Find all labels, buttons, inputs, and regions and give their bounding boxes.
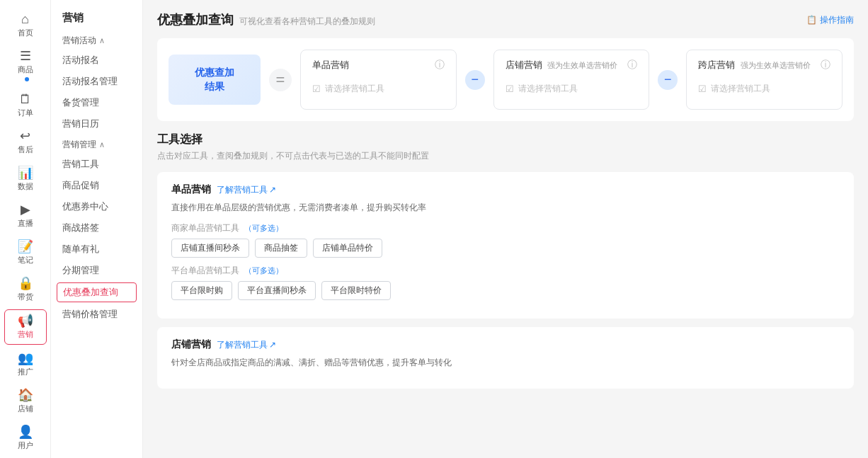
nav-item-home-label: 首页	[18, 28, 33, 38]
overlap-result-box: 优惠查加 结果	[169, 55, 261, 105]
nav-group-manage-label: 营销管理	[62, 139, 96, 151]
platform-tags: 平台限时购 平台直播间秒杀 平台限时特价	[171, 281, 840, 300]
goods-icon: ☰	[20, 50, 31, 62]
nav-item-promote-label: 推广	[18, 367, 33, 377]
nav-item-user[interactable]: 👤 用户	[4, 421, 47, 455]
platform-tools-group: 平台单品营销工具 （可多选） 平台限时购 平台直播间秒杀 平台限时特价	[171, 265, 840, 300]
tag-platform-special[interactable]: 平台限时特价	[321, 281, 391, 300]
subsection-single-title: 单品营销	[171, 183, 211, 196]
live-icon: ▶	[21, 203, 30, 216]
info-icon-single[interactable]: ⓘ	[435, 59, 445, 71]
sidebar-item-free-gift[interactable]: 随单有礼	[51, 239, 142, 260]
tag-special-price[interactable]: 店铺单品特价	[313, 239, 382, 258]
info-icon-cross[interactable]: ⓘ	[821, 59, 830, 71]
info-icon-shop[interactable]: ⓘ	[627, 59, 637, 71]
tag-live-flash-sale[interactable]: 店铺直播间秒杀	[171, 239, 249, 258]
nav-item-note-label: 笔记	[18, 255, 33, 265]
subsection-shop-desc: 针对全店商品或指定商品的满减、满折、赠品等营销优惠，提升客单与转化	[171, 357, 840, 369]
nav-item-after-sale[interactable]: ↩ 售后	[4, 125, 47, 159]
home-icon: ⌂	[21, 13, 29, 25]
second-nav: 营销 营销活动 ∧ 活动报名 活动报名管理 备货管理 营销日历 营销管理 ∧ 营…	[51, 0, 143, 458]
tool-selection-title: 工具选择	[157, 132, 854, 147]
sidebar-item-commerce-tag[interactable]: 商战搭签	[51, 217, 142, 239]
tool-card-shop-marketing-header: 店铺营销 强为生效单选营销价 ⓘ	[506, 59, 638, 71]
sidebar-item-discount-query[interactable]: 优惠叠加查询	[57, 282, 137, 302]
operation-guide-link[interactable]: 📋 操作指南	[806, 14, 854, 26]
icon-nav: ⌂ 首页 ☰ 商品 🗒 订单 ↩ 售后 📊 数据 ▶ 直播 📝 笔记 🔒 带货 …	[0, 0, 51, 458]
learn-link-single[interactable]: 了解营销工具 ↗	[217, 184, 276, 196]
order-icon: 🗒	[19, 93, 32, 105]
nav-item-user-label: 用户	[18, 440, 33, 451]
nav-item-data[interactable]: 📊 数据	[4, 162, 47, 196]
tool-card-shop-marketing: 店铺营销 强为生效单选营销价 ⓘ ☑ 请选择营销工具	[493, 50, 650, 110]
sidebar-item-stock-manage[interactable]: 备货管理	[51, 92, 142, 113]
note-icon: 📝	[18, 240, 33, 253]
shop-icon: 🏠	[18, 389, 33, 401]
sidebar-item-activity-manage[interactable]: 活动报名管理	[51, 71, 142, 92]
tool-card-cross-shop: 跨店营销 强为生效单选营销价 ⓘ ☑ 请选择营销工具	[686, 50, 843, 110]
nav-item-marketing[interactable]: 📢 营销	[4, 309, 47, 345]
checkbox-icon-shop: ☑	[506, 84, 514, 94]
chevron-down-icon: ∧	[99, 36, 105, 45]
sidebar-item-goods-sale[interactable]: 商品促销	[51, 175, 142, 196]
nav-group-activities-label: 营销活动	[62, 35, 96, 47]
second-nav-title: 营销	[51, 8, 142, 30]
platform-tools-title: 平台单品营销工具 （可多选）	[171, 265, 840, 277]
nav-item-goods[interactable]: ☰ 商品	[4, 45, 47, 86]
minus-btn-shop[interactable]: −	[465, 70, 485, 90]
tool-card-single-product: 单品营销 ⓘ ☑ 请选择营销工具	[300, 50, 457, 110]
overlap-section: 优惠查加 结果 = 单品营销 ⓘ ☑ 请选择营销工具 − 店铺营销 强为生效单选…	[157, 38, 854, 121]
subsection-shop-marketing: 店铺营销 了解营销工具 ↗ 针对全店商品或指定商品的满减、满折、赠品等营销优惠，…	[157, 327, 854, 389]
nav-item-live[interactable]: ▶ 直播	[4, 199, 47, 233]
merchant-tags: 店铺直播间秒杀 商品抽签 店铺单品特价	[171, 239, 840, 258]
after-sale-icon: ↩	[20, 130, 30, 142]
nav-item-order-label: 订单	[18, 108, 33, 118]
sidebar-item-price-manage[interactable]: 营销价格管理	[51, 304, 142, 325]
chevron-down-icon-2: ∧	[99, 140, 105, 149]
operation-guide-label: 操作指南	[820, 14, 854, 26]
nav-item-marketing-label: 营销	[18, 329, 33, 340]
nav-item-after-sale-label: 售后	[18, 144, 33, 155]
nav-item-shop-label: 店铺	[18, 403, 33, 414]
nav-group-manage[interactable]: 营销管理 ∧	[51, 134, 142, 154]
data-icon: 📊	[18, 166, 33, 179]
sidebar-item-coupon-center[interactable]: 优惠券中心	[51, 196, 142, 217]
minus-btn-cross[interactable]: −	[658, 70, 678, 90]
nav-item-shop[interactable]: 🏠 店铺	[4, 384, 47, 418]
external-link-icon-shop: ↗	[269, 340, 276, 350]
tag-lottery[interactable]: 商品抽签	[255, 239, 307, 258]
tool-card-cross-shop-title: 跨店营销 强为生效单选营销价	[698, 59, 811, 71]
subsection-single-desc: 直接作用在单品层级的营销优惠，无需消费者凑单，提升购买转化率	[171, 202, 840, 214]
learn-link-shop[interactable]: 了解营销工具 ↗	[217, 339, 276, 351]
nav-item-goods-label: 商品	[18, 64, 33, 75]
nav-item-home[interactable]: ⌂ 首页	[4, 8, 47, 42]
nav-group-activities[interactable]: 营销活动 ∧	[51, 30, 142, 50]
nav-item-live-label: 直播	[18, 218, 33, 229]
sidebar-item-marketing-tools[interactable]: 营销工具	[51, 154, 142, 175]
external-link-icon-single: ↗	[269, 185, 276, 195]
tag-platform-live-flash[interactable]: 平台直播间秒杀	[238, 281, 316, 300]
nav-item-promote[interactable]: 👥 推广	[4, 348, 47, 382]
page-subtitle: 可视化查看各种营销工具的叠加规则	[239, 16, 375, 28]
user-icon: 👤	[18, 425, 33, 438]
promote-icon: 👥	[18, 352, 33, 365]
sidebar-item-marketing-calendar[interactable]: 营销日历	[51, 113, 142, 134]
tool-selection-section: 工具选择 点击对应工具，查阅叠加规则，不可点击代表与已选的工具不能同时配置 单品…	[157, 132, 854, 389]
tool-card-cross-placeholder: ☑ 请选择营销工具	[698, 77, 830, 101]
top-bar: 优惠叠加查询 可视化查看各种营销工具的叠加规则 📋 操作指南	[157, 11, 854, 28]
nav-item-note[interactable]: 📝 笔记	[4, 236, 47, 270]
subsection-single-product: 单品营销 了解营销工具 ↗ 直接作用在单品层级的营销优惠，无需消费者凑单，提升购…	[157, 172, 854, 319]
tag-platform-flash[interactable]: 平台限时购	[171, 281, 232, 300]
equal-sign: =	[269, 69, 292, 91]
sidebar-item-activity-signup[interactable]: 活动报名	[51, 50, 142, 71]
nav-item-carry[interactable]: 🔒 带货	[4, 273, 47, 307]
marketing-icon: 📢	[18, 314, 33, 327]
tool-card-single-product-placeholder: ☑ 请选择营销工具	[312, 77, 445, 101]
guide-icon: 📋	[806, 15, 817, 25]
tool-selection-desc: 点击对应工具，查阅叠加规则，不可点击代表与已选的工具不能同时配置	[157, 150, 854, 162]
tool-card-single-product-title: 单品营销	[312, 59, 349, 71]
tool-card-cross-subtitle: 强为生效单选营销价	[741, 61, 811, 69]
nav-item-order[interactable]: 🗒 订单	[4, 88, 47, 122]
sidebar-item-category-manage[interactable]: 分期管理	[51, 260, 142, 281]
merchant-tools-group: 商家单品营销工具 （可多选） 店铺直播间秒杀 商品抽签 店铺单品特价	[171, 222, 840, 258]
